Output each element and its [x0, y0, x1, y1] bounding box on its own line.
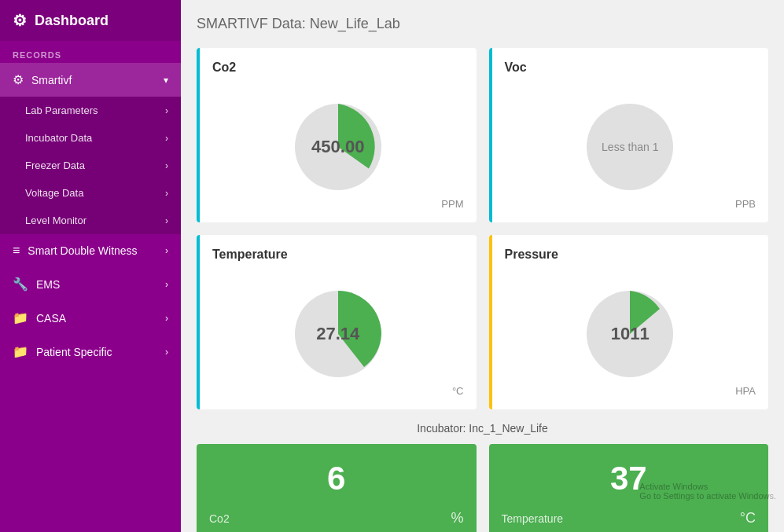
sidebar-item-smartivf[interactable]: ⚙ Smartivf ▾ — [0, 63, 181, 97]
smartivf-icon: ⚙ — [13, 72, 24, 87]
sidebar-item-level-monitor[interactable]: Level Monitor › — [0, 207, 181, 234]
co2-value: 450.00 — [311, 137, 364, 157]
ems-icon: 🔧 — [13, 277, 28, 292]
sidebar-item-ems[interactable]: 🔧 EMS › — [0, 267, 181, 301]
sidebar-item-label: Smartivf — [31, 74, 72, 86]
pressure-card-title: Pressure — [505, 248, 756, 262]
chevron-right-icon: › — [165, 279, 168, 290]
smart-double-witness-icon: ≡ — [13, 244, 20, 258]
incubator-cards-grid: 6 Co2 % 37 Temperature °C — [197, 444, 768, 532]
voc-value: Less than 1 — [602, 141, 658, 153]
sidebar-header: ⚙ Dashboard — [0, 0, 181, 41]
records-section-label: RECORDS — [0, 41, 181, 63]
smartivf-subitems: Lab Parameters › Incubator Data › Freeze… — [0, 97, 181, 234]
page-title: SMARTIVF Data: New_Life_Lab — [197, 16, 768, 32]
incubator-co2-card: 6 Co2 % — [197, 444, 477, 532]
level-monitor-label: Level Monitor — [25, 215, 86, 226]
chevron-right-icon: › — [165, 347, 168, 358]
chevron-right-icon: › — [165, 105, 168, 116]
sidebar-item-freezer-data[interactable]: Freezer Data › — [0, 152, 181, 179]
sidebar-item-label: Patient Specific — [36, 346, 112, 358]
chevron-right-icon: › — [165, 133, 168, 144]
incubator-temperature-label: Temperature — [502, 512, 564, 525]
chevron-down-icon: ▾ — [164, 75, 168, 86]
co2-card-title: Co2 — [212, 61, 464, 75]
chevron-right-icon: › — [165, 245, 168, 256]
co2-card: Co2 450.00 PPM — [197, 48, 477, 222]
pressure-card: Pressure 1011 HPA — [489, 235, 769, 409]
sidebar-item-lab-parameters[interactable]: Lab Parameters › — [0, 97, 181, 124]
lab-parameters-label: Lab Parameters — [25, 105, 98, 116]
voc-card: Voc Less than 1 PPB — [489, 48, 769, 222]
pressure-unit: HPA — [735, 385, 756, 397]
patient-specific-icon: 📁 — [13, 344, 28, 359]
incubator-temperature-value: 37 — [502, 460, 756, 497]
temperature-unit: °C — [452, 385, 464, 397]
chevron-right-icon: › — [165, 215, 168, 226]
sidebar-item-label: EMS — [36, 278, 60, 291]
co2-pie-chart: 450.00 — [283, 92, 393, 202]
pressure-chart-container: 1011 — [505, 271, 756, 397]
sidebar-item-voltage-data[interactable]: Voltage Data › — [0, 179, 181, 207]
sidebar-item-patient-specific[interactable]: 📁 Patient Specific › — [0, 335, 181, 369]
incubator-temperature-unit: °C — [740, 510, 756, 526]
sidebar-item-incubator-data[interactable]: Incubator Data › — [0, 124, 181, 152]
pressure-value: 1011 — [611, 324, 650, 344]
voc-pie-chart: Less than 1 — [575, 92, 685, 202]
voc-chart-container: Less than 1 — [505, 84, 756, 210]
voc-card-title: Voc — [505, 61, 756, 75]
incubator-co2-footer: Co2 % — [209, 510, 464, 526]
sidebar-item-label: Smart Double Witness — [28, 244, 137, 257]
voc-unit: PPB — [735, 198, 756, 210]
temperature-value: 27.14 — [316, 324, 359, 344]
main-content: SMARTIVF Data: New_Life_Lab Co2 450.00 P… — [181, 0, 784, 532]
incubator-label: Incubator: Inc_1_New_Life — [197, 422, 768, 435]
casa-icon: 📁 — [13, 310, 28, 325]
sidebar-item-casa[interactable]: 📁 CASA › — [0, 301, 181, 335]
freezer-data-label: Freezer Data — [25, 160, 85, 171]
chevron-right-icon: › — [165, 313, 168, 324]
incubator-co2-label: Co2 — [209, 512, 230, 525]
temperature-card-title: Temperature — [212, 248, 464, 262]
sidebar-item-smart-double-witness[interactable]: ≡ Smart Double Witness › — [0, 234, 181, 267]
incubator-temperature-footer: Temperature °C — [502, 510, 756, 526]
co2-chart-container: 450.00 — [212, 84, 464, 210]
chevron-right-icon: › — [165, 160, 168, 171]
co2-unit: PPM — [441, 198, 463, 210]
dashboard-icon: ⚙ — [13, 11, 27, 30]
temperature-pie-chart: 27.14 — [283, 279, 393, 389]
sidebar-title: Dashboard — [35, 13, 109, 29]
incubator-temperature-card: 37 Temperature °C — [489, 444, 769, 532]
sidebar: ⚙ Dashboard RECORDS ⚙ Smartivf ▾ Lab Par… — [0, 0, 181, 532]
voltage-data-label: Voltage Data — [25, 187, 83, 199]
incubator-data-label: Incubator Data — [25, 132, 92, 144]
temperature-chart-container: 27.14 — [212, 271, 464, 397]
incubator-co2-value: 6 — [209, 460, 464, 497]
temperature-card: Temperature 27.14 °C — [197, 235, 477, 409]
sidebar-item-label: CASA — [36, 312, 66, 325]
chevron-right-icon: › — [165, 188, 168, 199]
pressure-pie-chart: 1011 — [575, 279, 685, 389]
sensor-cards-grid: Co2 450.00 PPM Voc — [197, 48, 768, 409]
incubator-co2-unit: % — [451, 510, 463, 526]
